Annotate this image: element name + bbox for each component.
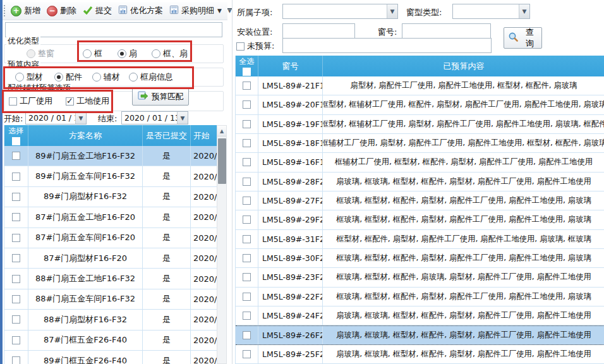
row-checkbox[interactable] — [243, 139, 251, 147]
plan-row[interactable]: 88#门扇型材F16-F32是2020/0 — [4, 310, 217, 330]
window-type-combo[interactable]: ▼ — [452, 4, 530, 19]
radio-frame-sash-info[interactable]: 框扇信息 — [129, 71, 173, 83]
optimize-plan-button[interactable]: 优化方案 — [115, 4, 166, 18]
budget-row[interactable]: LM5L-89#-28F26扇玻璃, 框玻璃, 框型材, 框配件, 扇型材, 扇… — [236, 173, 604, 191]
row-checkbox[interactable] — [12, 356, 20, 364]
budget-row[interactable]: LM5L-89#-21F19扇型材, 扇配件工厂使用, 扇配件工地使用, 框型材… — [236, 76, 604, 95]
chevron-down-icon[interactable]: ▼ — [177, 112, 188, 124]
row-checkbox[interactable] — [12, 234, 20, 242]
budget-row-checkbox-cell[interactable] — [236, 326, 258, 344]
row-checkbox[interactable] — [243, 100, 251, 109]
budget-row-checkbox-cell[interactable] — [236, 230, 258, 248]
budget-row[interactable]: LM5L-89#-26F24扇玻璃, 框玻璃, 框型材, 框配件, 扇型材, 扇… — [236, 325, 604, 344]
query-button[interactable]: 查询 — [504, 27, 542, 49]
select-all-windows-checkbox[interactable] — [243, 68, 251, 76]
row-checkbox[interactable] — [243, 235, 251, 243]
row-checkbox[interactable] — [12, 213, 20, 221]
row-checkbox[interactable] — [12, 193, 20, 201]
window-no-input[interactable] — [402, 23, 491, 39]
budget-match-button[interactable]: 预算匹配 — [132, 88, 189, 106]
budget-row-checkbox-cell[interactable] — [236, 345, 258, 363]
plan-table-scrollbar[interactable]: ▲ — [217, 125, 227, 364]
radio-sash[interactable]: 扇 — [118, 48, 137, 59]
purchase-detail-button[interactable]: 采购明细 ▼ — [166, 4, 225, 18]
budget-row[interactable]: LM5L-89#-24F22扇玻璃, 框玻璃, 框型材, 框配件, 扇型材, 扇… — [236, 306, 604, 325]
plan-row-checkbox-cell[interactable] — [4, 351, 28, 364]
plan-row-checkbox-cell[interactable] — [4, 166, 28, 186]
row-checkbox[interactable] — [243, 215, 251, 224]
chevron-down-icon[interactable]: ▼ — [519, 4, 529, 18]
row-checkbox[interactable] — [243, 120, 251, 128]
budget-row-checkbox-cell[interactable] — [236, 95, 258, 114]
budget-row[interactable]: LM5L-89#-27F25框玻璃, 框型材, 框配件, 扇型材, 扇配件工厂使… — [236, 191, 604, 210]
column-select[interactable]: 选择 — [4, 125, 28, 146]
row-checkbox[interactable] — [243, 254, 251, 262]
budget-row-checkbox-cell[interactable] — [236, 191, 258, 210]
budget-row[interactable]: LM5L-89#-29F27框玻璃, 框型材, 框配件, 扇型材, 扇配件工厂使… — [236, 210, 604, 229]
budget-row-checkbox-cell[interactable] — [236, 76, 258, 95]
budget-row[interactable]: LM5L-89#-18F16框辅材工厂使用, 扇型材, 扇配件工厂使用, 扇配件… — [236, 134, 604, 153]
start-date-picker[interactable]: 2020 / 01 / 1 ▼ — [25, 111, 87, 124]
plan-row-checkbox-cell[interactable] — [4, 146, 28, 166]
plan-row-checkbox-cell[interactable] — [4, 269, 28, 288]
budget-row-checkbox-cell[interactable] — [236, 115, 258, 133]
radio-whole-window[interactable]: 整窗 — [27, 48, 54, 59]
chevron-down-icon[interactable]: ▼ — [387, 4, 397, 18]
column-submitted[interactable]: 是否已提交 — [143, 125, 191, 146]
column-plan-name[interactable]: 方案名称 — [28, 125, 143, 146]
toolbar-grip[interactable] — [4, 5, 5, 16]
radio-auxiliary[interactable]: 辅材 — [92, 71, 120, 83]
row-checkbox[interactable] — [243, 158, 251, 166]
end-date-picker[interactable]: 2020 / 01 / 13 ▼ — [121, 111, 188, 124]
budget-row-checkbox-cell[interactable] — [236, 134, 258, 152]
budget-row-checkbox-cell[interactable] — [236, 268, 258, 286]
row-checkbox[interactable] — [12, 254, 20, 262]
checkbox-no-budget[interactable]: 未预算: — [236, 40, 274, 52]
plan-filter-input[interactable] — [5, 22, 222, 37]
submit-button[interactable]: 提交 — [80, 4, 115, 18]
scroll-up-arrow[interactable]: ▲ — [217, 126, 226, 136]
budget-row[interactable]: LM5L-89#-16F15框辅材工厂使用, 框型材, 框配件, 扇型材, 扇配… — [236, 153, 604, 172]
row-checkbox[interactable] — [243, 178, 251, 186]
toolbar-overflow-button[interactable]: ▼ — [225, 6, 234, 15]
radio-accessory[interactable]: 配件 — [54, 71, 82, 83]
row-checkbox[interactable] — [243, 273, 251, 281]
install-location-input[interactable] — [282, 23, 355, 39]
row-checkbox[interactable] — [12, 173, 20, 181]
row-checkbox[interactable] — [243, 331, 251, 339]
budget-row-checkbox-cell[interactable] — [236, 153, 258, 171]
row-checkbox[interactable] — [12, 315, 20, 324]
plan-row[interactable]: 89#门框五金F26-F40是2020/0 — [4, 351, 217, 364]
chevron-down-icon[interactable]: ▼ — [75, 112, 86, 124]
radio-frame[interactable]: 框 — [83, 48, 102, 59]
budget-row[interactable]: LM5L-89#-23F21框玻璃, 框型材, 框配件, 扇玻璃, 扇型材, 扇… — [236, 268, 604, 287]
radio-frame-sash[interactable]: 框、扇 — [152, 48, 188, 59]
plan-row-checkbox-cell[interactable] — [4, 310, 28, 329]
plan-row[interactable]: 88#门扇五金车间F16-F32是2020/0 — [4, 289, 217, 310]
plan-row-checkbox-cell[interactable] — [4, 248, 28, 268]
column-select-all[interactable]: 全选 — [236, 56, 258, 76]
row-checkbox[interactable] — [243, 293, 251, 301]
plan-row-checkbox-cell[interactable] — [4, 187, 28, 207]
plan-row[interactable]: 89#门扇型材F16-F32是2020/0 — [4, 187, 217, 207]
row-checkbox[interactable] — [12, 295, 20, 303]
panel-splitter[interactable] — [232, 0, 233, 364]
budget-row[interactable]: LM5L-89#-31F29框型材, 框配件, 扇型材, 扇配件工厂使用, 扇配… — [236, 230, 604, 249]
plan-row[interactable]: 89#门扇五金车间F16-F32是2020/0 — [4, 166, 217, 186]
radio-profile[interactable]: 型材 — [15, 71, 43, 83]
budget-row[interactable]: LM5L-89#-30F28框玻璃, 框型材, 框配件, 扇型材, 扇配件工厂使… — [236, 249, 604, 268]
row-checkbox[interactable] — [12, 336, 20, 344]
row-checkbox[interactable] — [243, 82, 251, 90]
plan-row[interactable]: 89#门扇五金工地F16-F32是2020/0 — [4, 146, 217, 166]
plan-row-checkbox-cell[interactable] — [4, 207, 28, 227]
budget-row[interactable]: LM5L-89#-22F20框玻璃, 框型材, 框配件, 扇型材, 扇配件工厂使… — [236, 288, 604, 306]
budget-row[interactable]: LM5L-89#-25F23扇玻璃, 框玻璃, 框型材, 框配件, 扇型材, 扇… — [236, 345, 604, 364]
row-checkbox[interactable] — [12, 275, 20, 283]
budget-row-checkbox-cell[interactable] — [236, 173, 258, 191]
budget-row-checkbox-cell[interactable] — [236, 288, 258, 306]
column-budgeted-content[interactable]: 已预算内容 — [323, 56, 604, 76]
budget-row-checkbox-cell[interactable] — [236, 210, 258, 229]
budget-row-checkbox-cell[interactable] — [236, 306, 258, 325]
scroll-thumb[interactable] — [218, 138, 226, 184]
plan-row-checkbox-cell[interactable] — [4, 331, 28, 350]
